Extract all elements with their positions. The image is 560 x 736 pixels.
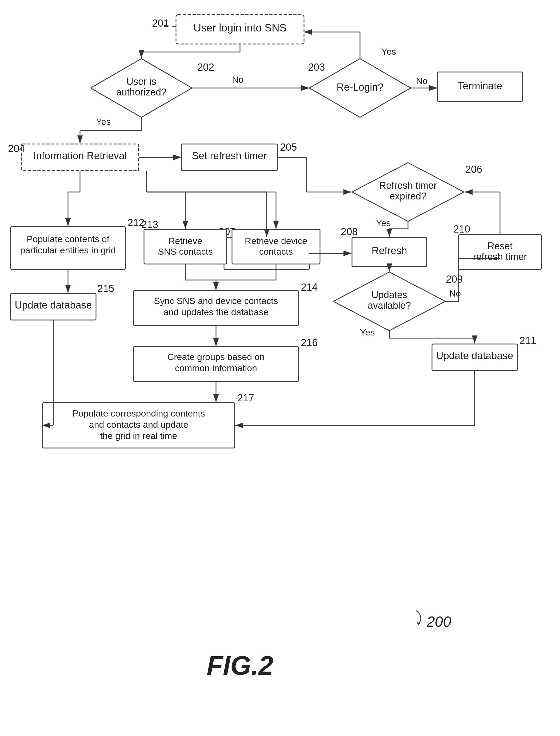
fig-label: FIG.2 bbox=[207, 650, 273, 680]
node-216-label-1: Create groups based on bbox=[167, 352, 265, 362]
ref-209: 209 bbox=[446, 274, 463, 285]
label-yes-209: Yes bbox=[360, 327, 375, 337]
ref-204: 204 bbox=[8, 143, 25, 154]
node-212-label-1: Populate contents of bbox=[27, 234, 110, 244]
label-no-209: No bbox=[449, 288, 461, 298]
label-yes-206: Yes bbox=[376, 218, 391, 228]
ref-211: 211 bbox=[519, 335, 536, 346]
label-no-203: No bbox=[416, 76, 427, 86]
node-217-label-1: Populate corresponding contents bbox=[72, 408, 205, 418]
node-215-label: Update database bbox=[15, 299, 92, 311]
ref-206: 206 bbox=[465, 164, 482, 175]
ref-214: 214 bbox=[301, 282, 318, 293]
ref-210: 210 bbox=[453, 223, 470, 235]
node-201-label: User login into SNS bbox=[193, 22, 286, 34]
ref-213: 213 bbox=[141, 219, 158, 230]
node-206-label-2: expired? bbox=[390, 191, 426, 202]
node-209-label-1: Updates bbox=[371, 289, 407, 300]
node-214-label-2: and updates the database bbox=[163, 307, 268, 317]
ref-208: 208 bbox=[341, 226, 358, 237]
node-213a-label-2: SNS contacts bbox=[158, 246, 213, 257]
node-208-label: Refresh bbox=[371, 245, 407, 256]
label-yes-203-top: Yes bbox=[381, 46, 396, 57]
node-214-label-1: Sync SNS and device contacts bbox=[154, 296, 278, 306]
node-205-label: Set refresh timer bbox=[192, 150, 267, 161]
node-213b-label-1: Retrieve device bbox=[245, 236, 307, 246]
figure-number-ref: 200 bbox=[426, 613, 451, 630]
node-209-label-2: available? bbox=[368, 300, 411, 311]
ref-201: 201 bbox=[152, 18, 169, 29]
node-217-label-3: the grid in real time bbox=[100, 431, 177, 441]
node-204-label: Information Retrieval bbox=[33, 150, 127, 161]
figure-arrow-200 bbox=[416, 611, 421, 624]
node-202-label-2: authorized? bbox=[116, 87, 166, 98]
ref-217: 217 bbox=[237, 392, 254, 403]
diagram-container: User login into SNS 201 User is authoriz… bbox=[0, 0, 560, 736]
node-213a-label-1: Retrieve bbox=[169, 236, 202, 246]
flowchart-svg: User login into SNS 201 User is authoriz… bbox=[0, 0, 560, 736]
node-213b-label-2: contacts bbox=[259, 246, 293, 257]
node-210-label-2: refresh timer bbox=[473, 251, 527, 262]
node-212-label-2: particular entities in grid bbox=[20, 245, 116, 255]
ref-205: 205 bbox=[280, 142, 297, 153]
ref-202: 202 bbox=[197, 62, 214, 73]
node-206-label-1: Refresh timer bbox=[379, 180, 437, 191]
ref-216: 216 bbox=[301, 337, 318, 348]
node-216-label-2: common information bbox=[175, 363, 257, 373]
node-203-label: Re-Login? bbox=[337, 82, 383, 93]
ref-215: 215 bbox=[97, 283, 114, 294]
node-211-label: Update database bbox=[436, 350, 513, 361]
node-terminate-label: Terminate bbox=[458, 80, 502, 91]
label-yes-202: Yes bbox=[96, 117, 111, 127]
node-202-label-1: User is bbox=[126, 76, 156, 87]
label-no-202: No bbox=[232, 74, 243, 85]
ref-203: 203 bbox=[308, 62, 325, 73]
node-210-label-1: Reset bbox=[487, 241, 513, 251]
node-217-label-2: and contacts and update bbox=[89, 419, 188, 430]
